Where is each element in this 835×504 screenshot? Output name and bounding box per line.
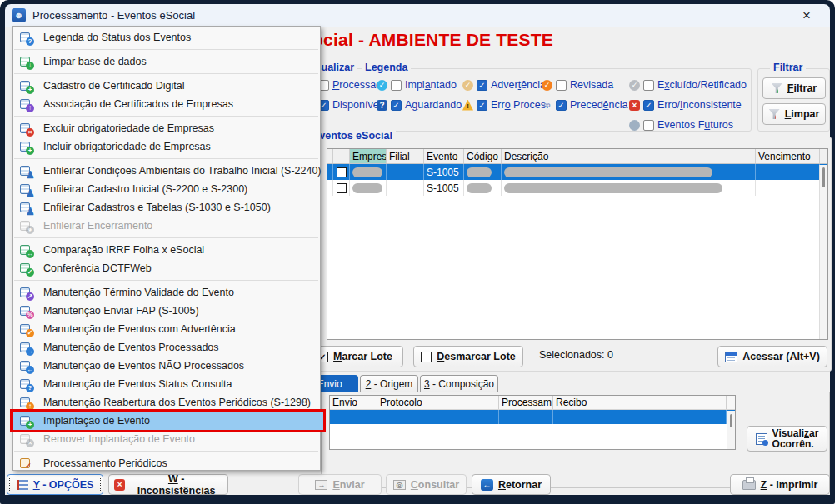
limpar-base-dados-icon: ↓: [20, 56, 32, 68]
visualizar-ocorrencias-button[interactable]: VisualizarOcorrên.: [747, 426, 828, 452]
menu-item-enfileirar-cadastro-inicial[interactable]: ♟Enfileirar Cadastro Inicial (S-2200 e S…: [12, 180, 320, 198]
menu-item-manutencao-reabertura-periodicos[interactable]: ↑Manutenção Reabertura dos Eventos Perió…: [12, 393, 320, 412]
red-x-icon: ×: [114, 479, 125, 491]
menu-item-associacao-certificados-empresas[interactable]: ↑Associação de Certificados de Empresas: [12, 95, 320, 113]
legend-checkbox[interactable]: [643, 80, 654, 91]
scrollbar-thumb[interactable]: [822, 167, 825, 187]
enfileirar-condicoes-ambientais-icon: ♟: [20, 165, 32, 177]
close-icon[interactable]: ×: [797, 6, 817, 26]
menu-item-label: Comparação IRRF Folha x eSocial: [43, 244, 204, 256]
inconsistencias-button[interactable]: × W - Inconsistências: [108, 474, 228, 495]
legenda-link[interactable]: Legenda: [362, 62, 411, 73]
row-checkbox[interactable]: [337, 167, 347, 177]
tab-composicao-label: 3 - Composição: [424, 378, 494, 390]
context-menu: ?Legenda do Status dos Eventos↓Limpar ba…: [12, 26, 321, 471]
table-row[interactable]: [330, 410, 735, 424]
eventos-table-scrollbar[interactable]: [819, 165, 828, 339]
table-row[interactable]: S-1005: [328, 180, 828, 196]
imprimir-button[interactable]: Z - Imprimir: [730, 474, 830, 495]
menu-item-label: Limpar base de dados: [43, 56, 147, 67]
legend-checkbox[interactable]: ✓: [477, 100, 488, 111]
menu-separator: [14, 49, 318, 50]
envio-table-scrollbar[interactable]: [727, 411, 735, 449]
legend-label: Disponível: [332, 99, 381, 111]
retornar-button[interactable]: ← Retornar: [472, 474, 551, 495]
menu-item-label: Enfileirar Cadastro Inicial (S-2200 e S-…: [43, 183, 248, 195]
menu-item-limpar-base-dados[interactable]: ↓Limpar base de dados: [12, 52, 320, 71]
header-row: EmpresaFilialEventoCódigoDescriçãoVencim…: [328, 149, 828, 164]
column-header-envio: Envio: [330, 396, 378, 409]
menu-item-legenda-status-eventos[interactable]: ?Legenda do Status dos Eventos: [12, 28, 320, 47]
consultar-button[interactable]: ◎ Consultar: [386, 474, 467, 495]
legend-checkbox[interactable]: [643, 120, 654, 131]
menu-item-label: Manutenção de Eventos NÃO Processados: [43, 360, 244, 372]
menu-separator: [14, 73, 318, 74]
consultar-label: Consultar: [411, 479, 459, 491]
eventos-table-header: EmpresaFilialEventoCódigoDescriçãoVencim…: [328, 149, 828, 164]
header-row: EnvioProtocoloProcessamentoRecibo: [330, 396, 735, 410]
menu-item-label: Manutenção de Eventos Status Consulta: [43, 378, 232, 390]
menu-item-processamento-periodicos[interactable]: ✓Processamento Periódicos: [12, 454, 320, 472]
legend-label: Aguardando: [405, 99, 462, 111]
enviar-label: Enviar: [332, 479, 364, 491]
title-bar: ☻ Processamento - Eventos eSocial ×: [5, 4, 830, 27]
menu-item-cadastro-certificado-digital[interactable]: +Cadastro de Certificado Digital: [12, 77, 320, 95]
row-checkbox[interactable]: [337, 183, 347, 193]
legend-checkbox[interactable]: [391, 80, 402, 91]
legend-checkbox[interactable]: ✓: [477, 80, 488, 91]
filter-check-icon: ✓: [778, 87, 786, 96]
marcar-lote-button[interactable]: ✓ Marcar Lote: [307, 346, 403, 367]
menu-item-manutencao-eventos-nao-processados[interactable]: ←Manutenção de Eventos NÃO Processados: [12, 357, 320, 375]
legend-item: ✓Implantado: [377, 75, 462, 95]
column-header-código: Código: [464, 149, 502, 163]
menu-item-implantacao-evento[interactable]: +Implantação de Evento: [12, 412, 323, 430]
menu-item-excluir-obrigatoriedade[interactable]: ×Excluir obrigatoriedade de Empresas: [12, 119, 320, 137]
menu-item-manutencao-termino-validade[interactable]: ↗Manutenção Término Validade do Evento: [12, 283, 320, 302]
limpar-button-label: Limpar: [785, 108, 820, 120]
legend-checkbox[interactable]: [556, 80, 567, 91]
column-header-vencimento: Vencimento: [756, 149, 820, 163]
cadastro-certificado-digital-icon: +: [20, 80, 32, 92]
acessar-button[interactable]: Acessar (Alt+V): [718, 346, 828, 367]
manutencao-enviar-fap-icon: %: [20, 305, 32, 317]
menu-item-label: Remover Implantação de Evento: [43, 433, 195, 445]
menu-separator: [14, 116, 318, 117]
menu-item-enfileirar-cadastros-tabelas[interactable]: ♟Enfileirar Cadastros e Tabelas (S-1030 …: [12, 198, 320, 217]
menu-item-manutencao-eventos-processados[interactable]: →Manutenção de Eventos Processados: [12, 338, 320, 357]
unchecked-checkbox-icon: [421, 352, 432, 362]
enviar-button[interactable]: → Enviar: [298, 474, 382, 495]
status-erro-inconsistente-icon: ×: [629, 100, 640, 111]
menu-item-label: Manutenção Reabertura dos Eventos Periód…: [43, 397, 311, 408]
legend-checkbox[interactable]: ✓: [556, 100, 567, 111]
opcoes-button[interactable]: Y - OPÇÕES: [7, 474, 103, 495]
menu-item-conferencia-dctfweb[interactable]: ✓Conferência DCTFWeb: [12, 259, 320, 277]
tab-composicao[interactable]: 3 - Composição: [420, 375, 498, 392]
legend-label: Implantado: [405, 79, 457, 91]
tab-origem[interactable]: 2 - Origem: [360, 375, 418, 392]
menu-item-enfileirar-condicoes-ambientais[interactable]: ♟Enfileirar Condições Ambientais do Trab…: [12, 162, 320, 180]
table-row[interactable]: S-1005: [328, 164, 828, 180]
limpar-button[interactable]: × Limpar: [762, 103, 826, 125]
column-header-descrição: Descrição: [502, 149, 756, 163]
filtrar-button[interactable]: ✓ Filtrar: [762, 77, 826, 99]
desmarcar-lote-button[interactable]: Desmarcar Lote: [413, 346, 523, 367]
menu-item-label: Implantação de Evento: [43, 415, 150, 427]
legend-checkbox[interactable]: ✓: [643, 100, 654, 111]
column-header-empresa: Empresa: [350, 149, 387, 163]
legend-checkbox[interactable]: ✓: [391, 100, 402, 111]
menu-item-incluir-obrigatoriedade[interactable]: +Incluir obrigatoriedade de Empresas: [12, 137, 320, 156]
menu-item-comparacao-irrf[interactable]: ↔Comparação IRRF Folha x eSocial: [12, 241, 320, 259]
envio-table-body: [330, 410, 735, 424]
scrollbar-thumb[interactable]: [730, 414, 732, 427]
menu-item-manutencao-eventos-status-consulta[interactable]: ?Manutenção de Eventos Status Consulta: [12, 375, 320, 393]
menu-item-manutencao-eventos-advertencia[interactable]: ✓Manutenção de Eventos com Advertência: [12, 320, 320, 338]
manutencao-termino-validade-icon: ↗: [20, 287, 32, 299]
status-aguardando-icon: ?: [377, 100, 388, 111]
desmarcar-lote-label: Desmarcar Lote: [437, 351, 516, 362]
tab-origem-label: 2 - Origem: [366, 378, 413, 390]
manutencao-eventos-processados-icon: →: [20, 342, 32, 354]
status-advertencia-icon: ✓: [462, 80, 473, 91]
visualizar-label: VisualizarOcorrên.: [772, 428, 819, 450]
menu-item-manutencao-enviar-fap[interactable]: %Manutenção Enviar FAP (S-1005): [12, 302, 320, 320]
redacted-value: [467, 167, 492, 177]
